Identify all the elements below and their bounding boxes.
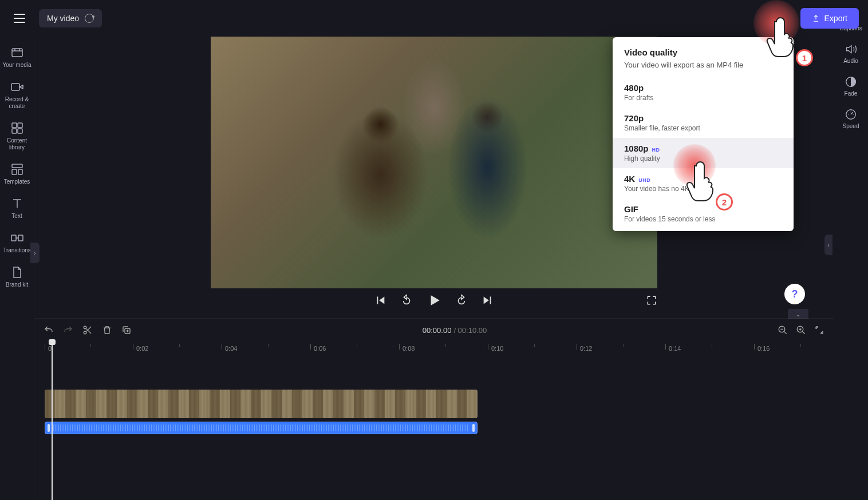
redo-button[interactable] <box>63 325 73 335</box>
export-button[interactable]: Export <box>800 8 859 29</box>
audio-icon <box>845 43 857 55</box>
q-desc: For videos 15 seconds or less <box>624 215 782 223</box>
media-icon <box>10 46 24 59</box>
quality-option-1080p[interactable]: 1080pHD High quality <box>613 138 794 168</box>
total-time: 00:10.00 <box>458 326 487 335</box>
duplicate-button[interactable] <box>121 325 132 335</box>
q-desc: Your video has no 4K <box>624 185 782 193</box>
help-button[interactable]: ? <box>784 284 805 304</box>
play-button[interactable] <box>427 293 441 308</box>
sidebar-item-library[interactable]: Content library <box>0 117 34 156</box>
ruler-tick: 0:04 <box>225 345 237 352</box>
audio-clip[interactable] <box>45 422 478 434</box>
skip-start-button[interactable] <box>374 294 386 307</box>
export-label: Export <box>824 14 847 23</box>
svg-rect-7 <box>12 169 17 174</box>
project-title-tab[interactable]: My video <box>39 9 102 27</box>
zoom-out-button[interactable] <box>778 325 788 335</box>
tracks-area[interactable] <box>45 390 823 434</box>
ruler-tick: 0:08 <box>403 345 415 352</box>
right-sidebar: Captions Audio Fade Speed <box>834 0 868 500</box>
q-label-text: GIF <box>624 204 638 214</box>
q-badge: UHD <box>638 177 650 183</box>
right-item-audio[interactable]: Audio <box>834 38 868 69</box>
clip-handle-right[interactable] <box>472 424 475 432</box>
fade-icon <box>845 76 857 88</box>
audio-waveform <box>53 424 469 431</box>
sidebar-item-brand[interactable]: Brand kit <box>0 261 34 293</box>
text-icon <box>10 197 24 211</box>
brand-icon <box>10 265 24 279</box>
svg-rect-8 <box>18 169 22 174</box>
sidebar-label: Your media <box>2 62 31 69</box>
fit-button[interactable] <box>814 325 824 335</box>
sidebar-label: Content library <box>0 137 34 151</box>
sidebar-label: Text <box>11 213 22 220</box>
sidebar-item-transitions[interactable]: Transitions <box>0 227 34 259</box>
timeline-ruler[interactable]: 0 0:02 0:04 0:06 0:08 0:10 0:12 0:14 0:1… <box>45 342 834 358</box>
fullscreen-button[interactable] <box>646 295 657 306</box>
quality-option-480p[interactable]: 480p For drafts <box>613 77 794 108</box>
current-time: 00:00.00 <box>423 326 452 335</box>
sidebar-item-record[interactable]: Record & create <box>0 76 34 114</box>
quality-option-720p[interactable]: 720p Smaller file, faster export <box>613 108 794 138</box>
right-item-speed[interactable]: Speed <box>834 104 868 134</box>
sidebar-label: Brand kit <box>6 281 28 288</box>
project-title: My video <box>47 14 79 23</box>
right-label: Speed <box>843 123 859 129</box>
playback-controls <box>211 293 657 308</box>
q-label-text: 4K <box>624 174 635 184</box>
svg-rect-3 <box>18 123 22 128</box>
delete-button[interactable] <box>102 325 112 335</box>
svg-rect-1 <box>11 84 19 90</box>
timeline: 00:00.00 / 00:10.00 0 0:02 0:04 0:06 0:0… <box>34 318 834 500</box>
forward-button[interactable] <box>455 294 468 307</box>
sync-status-icon <box>85 14 94 23</box>
rewind-button[interactable] <box>400 294 413 307</box>
right-label: Fade <box>845 90 858 97</box>
timeline-time-display: 00:00.00 / 00:10.00 <box>141 326 768 335</box>
upload-icon <box>812 14 820 22</box>
clip-handle-left[interactable] <box>48 424 50 432</box>
export-quality-popup: Video quality Your video will export as … <box>613 37 794 231</box>
playhead[interactable] <box>52 339 53 500</box>
svg-rect-0 <box>12 49 22 57</box>
quality-option-4k[interactable]: 4KUHD Your video has no 4K <box>613 168 794 199</box>
right-label: Audio <box>843 58 858 64</box>
menu-button[interactable] <box>9 8 30 29</box>
quality-option-gif[interactable]: GIF For videos 15 seconds or less <box>613 199 794 229</box>
library-icon <box>10 121 24 135</box>
sidebar-label: Transitions <box>3 247 31 254</box>
ruler-tick: 0:14 <box>669 345 681 352</box>
sidebar-item-templates[interactable]: Templates <box>0 158 34 190</box>
record-icon <box>10 80 24 94</box>
svg-rect-9 <box>11 235 16 241</box>
skip-end-button[interactable] <box>482 294 494 307</box>
right-expand-toggle[interactable]: ‹ <box>824 235 833 255</box>
video-clip[interactable] <box>45 390 478 418</box>
q-desc: High quality <box>624 154 782 162</box>
video-preview[interactable] <box>211 37 657 288</box>
right-item-fade[interactable]: Fade <box>834 71 868 101</box>
sidebar-item-text[interactable]: Text <box>0 192 34 224</box>
q-label-text: 720p <box>624 113 644 123</box>
templates-icon <box>10 162 24 176</box>
ruler-tick: 0:16 <box>757 345 770 352</box>
undo-button[interactable] <box>44 325 54 335</box>
sidebar-item-media[interactable]: Your media <box>0 41 34 73</box>
sidebar-label: Templates <box>4 178 30 185</box>
svg-rect-2 <box>12 123 17 128</box>
q-desc: Smaller file, faster export <box>624 124 782 132</box>
split-button[interactable] <box>82 325 93 335</box>
ruler-tick: 0:10 <box>491 345 503 352</box>
speed-icon <box>845 108 857 121</box>
left-sidebar: Your media Record & create Content libra… <box>0 37 34 500</box>
zoom-in-button[interactable] <box>796 325 806 335</box>
ruler-tick: 0:06 <box>314 345 326 352</box>
q-badge: HD <box>652 147 660 153</box>
ruler-tick: 0:02 <box>136 345 148 352</box>
svg-rect-10 <box>18 235 23 241</box>
transitions-icon <box>10 231 24 245</box>
svg-point-15 <box>84 331 86 334</box>
svg-point-14 <box>84 326 86 329</box>
